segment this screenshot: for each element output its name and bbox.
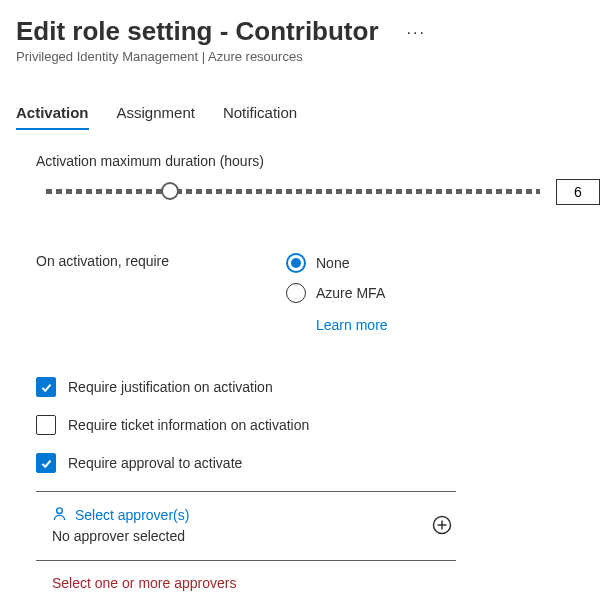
checkbox-justification[interactable] bbox=[36, 377, 56, 397]
check-icon bbox=[40, 381, 53, 394]
more-button[interactable]: ··· bbox=[407, 24, 426, 42]
radio-mfa-label: Azure MFA bbox=[316, 285, 385, 301]
slider-track bbox=[46, 189, 540, 194]
tab-activation[interactable]: Activation bbox=[16, 98, 89, 129]
approver-error: Select one or more approvers bbox=[36, 575, 600, 591]
check-ticket[interactable]: Require ticket information on activation bbox=[36, 415, 600, 435]
check-justification[interactable]: Require justification on activation bbox=[36, 377, 600, 397]
slider-thumb[interactable] bbox=[161, 182, 179, 200]
no-approver-text: No approver selected bbox=[52, 528, 189, 544]
duration-label: Activation maximum duration (hours) bbox=[36, 153, 600, 169]
select-approvers-link[interactable]: Select approver(s) bbox=[52, 506, 189, 524]
checkbox-ticket[interactable] bbox=[36, 415, 56, 435]
check-approval-label: Require approval to activate bbox=[68, 455, 242, 471]
approver-section: Select approver(s) No approver selected bbox=[36, 491, 456, 561]
radio-none-control[interactable] bbox=[286, 253, 306, 273]
require-label: On activation, require bbox=[36, 253, 286, 269]
radio-none[interactable]: None bbox=[286, 253, 388, 273]
person-icon bbox=[52, 506, 67, 524]
tab-assignment[interactable]: Assignment bbox=[117, 98, 195, 129]
check-ticket-label: Require ticket information on activation bbox=[68, 417, 309, 433]
tab-notification[interactable]: Notification bbox=[223, 98, 297, 129]
svg-point-0 bbox=[57, 508, 63, 514]
plus-circle-icon bbox=[432, 515, 452, 535]
tab-bar: Activation Assignment Notification bbox=[16, 98, 600, 129]
checkbox-approval[interactable] bbox=[36, 453, 56, 473]
page-title: Edit role setting - Contributor bbox=[16, 16, 379, 47]
check-icon bbox=[40, 457, 53, 470]
check-approval[interactable]: Require approval to activate bbox=[36, 453, 600, 473]
learn-more-link[interactable]: Learn more bbox=[316, 317, 388, 333]
add-approver-button[interactable] bbox=[432, 515, 452, 535]
check-justification-label: Require justification on activation bbox=[68, 379, 273, 395]
duration-input[interactable] bbox=[556, 179, 600, 205]
breadcrumb: Privileged Identity Management | Azure r… bbox=[16, 49, 600, 64]
radio-mfa-control[interactable] bbox=[286, 283, 306, 303]
radio-none-label: None bbox=[316, 255, 349, 271]
select-approvers-label: Select approver(s) bbox=[75, 507, 189, 523]
duration-slider[interactable] bbox=[46, 184, 540, 200]
radio-mfa[interactable]: Azure MFA bbox=[286, 283, 388, 303]
